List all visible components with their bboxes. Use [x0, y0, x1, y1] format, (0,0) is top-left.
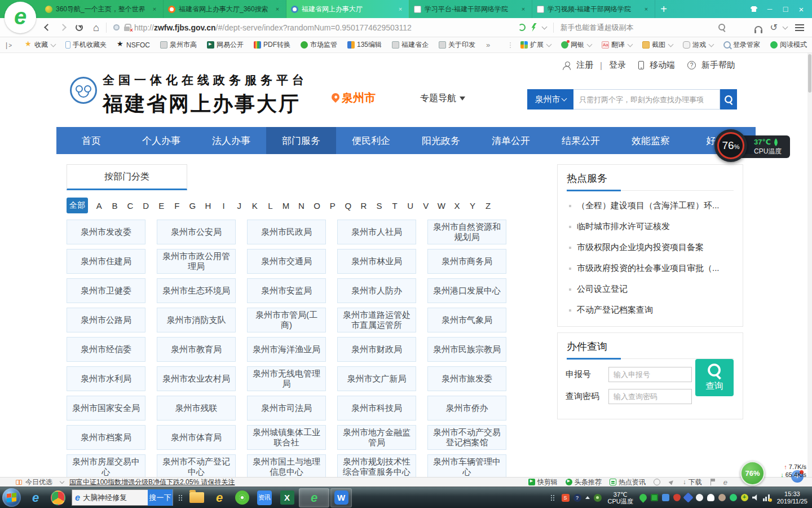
hot-news-button[interactable]: 热点资讯 [610, 478, 646, 487]
department-button[interactable]: 泉州市生态环境局 [157, 278, 236, 303]
taskbar-app-excel[interactable] [276, 488, 298, 507]
browser-tab[interactable]: 福建省网上办事大厅 [286, 0, 409, 18]
flag-icon[interactable] [710, 479, 716, 485]
gauge-icon[interactable] [654, 479, 660, 485]
toolbar-item[interactable]: 截图 [637, 37, 678, 52]
site-search-button[interactable] [720, 89, 737, 110]
search-icon[interactable] [718, 24, 726, 31]
rocket-icon[interactable] [668, 479, 675, 485]
back-icon[interactable] [44, 24, 51, 31]
taskbar-search-button[interactable]: 搜一下 [148, 489, 173, 506]
hot-service-item[interactable]: 公司设立登记 [558, 279, 743, 300]
department-button[interactable]: 泉州市民族宗教局 [427, 337, 506, 362]
bookmark-item[interactable]: 关于印发 [434, 37, 480, 52]
sidebar-toggle-icon[interactable] [6, 41, 12, 49]
department-button[interactable]: 泉州市残联 [157, 396, 236, 421]
department-button[interactable]: 泉州市民政局 [247, 220, 326, 244]
department-button[interactable]: 泉州市发改委 [67, 220, 145, 244]
nav-item[interactable]: 部门服务 [266, 127, 336, 154]
gift-icon[interactable] [16, 480, 22, 485]
letter-filter[interactable]: E [153, 201, 169, 211]
department-button[interactable]: 泉州市交通局 [247, 249, 326, 274]
url-text[interactable]: http://zwfw.fjbs.gov.cn/#/dept-serve/ind… [134, 23, 412, 32]
nav-item[interactable]: 阳光政务 [406, 127, 476, 154]
department-button[interactable]: 泉州市档案局 [67, 425, 145, 450]
register-link[interactable]: 注册 [576, 60, 593, 71]
letter-filter[interactable]: R [356, 201, 372, 211]
letter-filter[interactable]: C [122, 201, 138, 211]
department-button[interactable]: 泉州市不动产登记中心 [157, 454, 236, 477]
department-button[interactable]: 泉州市公安局 [157, 220, 236, 244]
browser-tab[interactable]: 学习平台-福建干部网络学院 [409, 0, 532, 18]
department-button[interactable]: 泉州市气象局 [427, 308, 506, 332]
department-button[interactable]: 泉州市文广新局 [337, 366, 416, 391]
bookmark-item[interactable]: 市场监管 [295, 37, 342, 52]
close-window-button[interactable] [795, 3, 807, 15]
chevron-down-icon[interactable] [541, 24, 547, 30]
toolbar-item[interactable]: 游戏 [678, 37, 718, 52]
letter-filter[interactable]: B [107, 201, 123, 211]
refresh-icon[interactable] [76, 24, 83, 31]
login-link[interactable]: 登录 [609, 60, 626, 71]
letter-filter[interactable]: O [309, 201, 325, 211]
toolbar-item[interactable]: 扩展 [515, 37, 556, 52]
minimize-button[interactable] [764, 3, 776, 15]
query-button[interactable]: 查询 [695, 359, 734, 396]
letter-filter[interactable]: I [216, 201, 232, 211]
volume-icon[interactable] [752, 494, 759, 501]
site-info-icon[interactable] [113, 24, 120, 30]
taskbar-app-explorer[interactable] [186, 488, 208, 507]
chevron-down-icon[interactable] [783, 24, 788, 30]
tray-expand-icon[interactable] [585, 494, 590, 499]
department-button[interactable]: 泉州市农业农村局 [157, 366, 236, 391]
toolbar-item[interactable]: 登录管家 [718, 37, 765, 52]
bookmark-item[interactable]: NSFOC [112, 37, 155, 52]
department-button[interactable]: 泉州市无线电管理局 [247, 366, 326, 391]
department-button[interactable]: 泉州市旅发委 [427, 366, 506, 391]
department-button[interactable]: 泉州市道路运管处市直属运管所 [337, 308, 416, 332]
home-icon[interactable] [93, 23, 99, 33]
theme-skin-icon[interactable] [748, 3, 760, 15]
letter-filter[interactable]: Z [480, 201, 496, 211]
letter-filter[interactable]: S [372, 201, 387, 211]
department-button[interactable]: 泉州市市管局(工商) [247, 308, 326, 332]
department-button[interactable]: 泉州市体育局 [157, 425, 236, 450]
taskbar-search-box[interactable]: e 大脑神经修复 搜一下 [72, 489, 173, 506]
department-button[interactable]: 泉州市经信委 [67, 337, 145, 362]
query-password-input[interactable] [608, 389, 692, 404]
bookmarks-overflow-icon[interactable] [480, 41, 496, 49]
speed-ball[interactable]: 76% [740, 461, 765, 485]
department-button[interactable]: 泉州市车辆管理中心 [427, 454, 506, 477]
nav-item[interactable]: 结果公开 [546, 127, 616, 154]
letter-filter[interactable]: P [325, 201, 341, 211]
letter-filter[interactable]: Q [341, 201, 356, 211]
department-button[interactable]: 泉州市自然资源和规划局 [427, 220, 506, 244]
tray-question-icon[interactable]: ? [573, 494, 581, 502]
letter-filter[interactable]: U [403, 201, 418, 211]
download-button[interactable]: ↓下载 [683, 478, 702, 487]
tab-close-icon[interactable] [273, 6, 281, 12]
browser-tab[interactable]: 360导航_一个主页，整个世界 [41, 0, 164, 18]
letter-filter[interactable]: X [449, 201, 465, 211]
letter-filter[interactable]: V [418, 201, 434, 211]
department-button[interactable]: 泉州市不动产交易登记档案馆 [427, 425, 506, 450]
toolbar-item[interactable]: 网银 [556, 37, 597, 52]
tab-close-icon[interactable] [396, 6, 404, 12]
taskbar-app-ie[interactable]: e [209, 488, 230, 507]
tab-close-icon[interactable] [519, 6, 527, 12]
bookmark-item[interactable]: 泉州市高 [155, 37, 202, 52]
forward-icon[interactable] [59, 24, 67, 31]
letter-filter[interactable]: J [231, 201, 247, 211]
taskbar-app-news[interactable]: 资讯 [254, 488, 275, 507]
nav-item[interactable]: 法人办事 [196, 127, 266, 154]
toolbar-item[interactable]: 阅读模式 [765, 37, 812, 52]
tray-camera-icon[interactable] [594, 494, 602, 502]
department-button[interactable]: 泉州市司法局 [247, 396, 326, 421]
today-pick-link[interactable]: 今日优选 [25, 478, 52, 487]
speed-mode-icon[interactable] [518, 24, 526, 31]
nav-item[interactable]: 首页 [56, 127, 126, 154]
menu-icon[interactable] [795, 24, 804, 31]
tray-bell-icon[interactable] [707, 494, 714, 501]
bookmark-item[interactable]: PDF转换 [249, 37, 295, 52]
letter-filter[interactable]: W [434, 201, 449, 211]
